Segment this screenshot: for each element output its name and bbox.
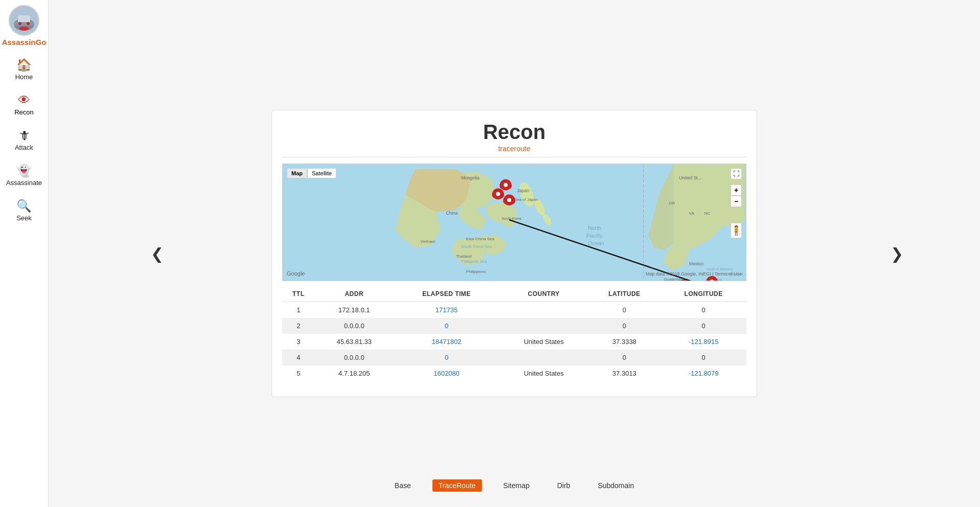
page-subtitle: traceroute — [282, 145, 746, 157]
map-type-toggle: Map Satellite — [287, 168, 336, 178]
cell-addr: 0.0.0.0 — [314, 350, 394, 365]
fullscreen-btn[interactable]: ⛶ — [731, 168, 742, 179]
cell-country: United States — [499, 334, 588, 350]
cell-ttl: 2 — [282, 318, 314, 334]
prev-arrow[interactable]: ❮ — [151, 245, 164, 263]
cell-latitude: 0 — [588, 318, 660, 334]
map-type-satellite-btn[interactable]: Satellite — [307, 168, 336, 178]
svg-point-35 — [496, 192, 500, 196]
cell-country: United States — [499, 365, 588, 381]
map-container: Mongolia China Sea of Japan Japan South … — [282, 164, 746, 281]
svg-rect-3 — [14, 22, 34, 26]
assassinate-icon: 👻 — [16, 164, 32, 178]
svg-point-6 — [19, 27, 29, 31]
cell-longitude: -121.8079 — [660, 365, 746, 381]
sidebar-item-assassinate-label: Assassinate — [6, 179, 42, 187]
bottom-tab-base[interactable]: Base — [389, 479, 417, 492]
cell-longitude: 0 — [660, 302, 746, 318]
app-title: AssassinGo — [2, 38, 47, 47]
sidebar-item-recon[interactable]: 👁 Recon — [0, 87, 48, 122]
sidebar-item-seek[interactable]: 🔍 Seek — [0, 193, 48, 228]
cell-elapsed: 1602080 — [394, 365, 499, 381]
sidebar: AssassinGo 🏠 Home 👁 Recon 🗡 Attack 👻 Ass… — [0, 0, 49, 507]
cell-longitude: 0 — [660, 318, 746, 334]
cell-country — [499, 350, 588, 365]
svg-text:East China Sea: East China Sea — [466, 237, 495, 241]
table-row: 4 0.0.0.0 0 0 0 — [282, 350, 746, 365]
sidebar-item-recon-label: Recon — [14, 108, 34, 116]
cell-ttl: 4 — [282, 350, 314, 365]
app-logo — [9, 5, 39, 36]
col-longitude: LONGITUDE — [660, 286, 746, 302]
cell-latitude: 0 — [588, 350, 660, 365]
zoom-out-btn[interactable]: − — [731, 196, 742, 207]
map-type-map-btn[interactable]: Map — [287, 168, 307, 178]
table-header-row: TTL ADDR ELAPSED TIME COUNTRY LATITUDE L… — [282, 286, 746, 302]
svg-text:Mongolia: Mongolia — [461, 175, 480, 180]
cell-addr: 0.0.0.0 — [314, 318, 394, 334]
table-row: 2 0.0.0.0 0 0 0 — [282, 318, 746, 334]
svg-text:Pacific: Pacific — [586, 233, 603, 239]
col-latitude: LATITUDE — [588, 286, 660, 302]
col-addr: ADDR — [314, 286, 394, 302]
google-logo: Google — [287, 270, 305, 276]
svg-text:Philippine Sea: Philippine Sea — [461, 259, 487, 264]
bottom-tab-subdomain[interactable]: Subdomain — [591, 479, 640, 492]
attack-icon: 🗡 — [18, 128, 30, 143]
recon-icon: 👁 — [18, 93, 30, 107]
col-country: COUNTRY — [499, 286, 588, 302]
svg-text:Ocean: Ocean — [588, 240, 604, 246]
main-content: ❮ ❯ Recon traceroute — [49, 0, 980, 507]
table-row: 5 4.7.18.205 1602080 United States 37.30… — [282, 365, 746, 381]
zoom-in-btn[interactable]: + — [731, 185, 742, 196]
cell-country — [499, 318, 588, 334]
svg-point-5 — [27, 22, 30, 25]
svg-text:Thailand: Thailand — [456, 254, 471, 259]
cell-longitude: 0 — [660, 350, 746, 365]
logo-area: AssassinGo — [2, 5, 47, 47]
bottom-tab-traceroute[interactable]: TraceRoute — [432, 479, 482, 492]
traceroute-table: TTL ADDR ELAPSED TIME COUNTRY LATITUDE L… — [282, 286, 746, 381]
sidebar-item-attack[interactable]: 🗡 Attack — [0, 122, 48, 157]
street-view-btn[interactable]: 🧍 — [731, 223, 742, 238]
svg-text:South China Sea: South China Sea — [461, 244, 492, 249]
cell-country — [499, 302, 588, 318]
sidebar-item-assassinate[interactable]: 👻 Assassinate — [0, 157, 48, 193]
sidebar-item-attack-label: Attack — [15, 144, 33, 151]
svg-text:Guatemala: Guatemala — [664, 277, 683, 281]
cell-ttl: 1 — [282, 302, 314, 318]
cell-elapsed: 0 — [394, 318, 499, 334]
table-scroll[interactable]: TTL ADDR ELAPSED TIME COUNTRY LATITUDE L… — [282, 286, 746, 381]
table-row: 3 45.63.81.33 18471802 United States 37.… — [282, 334, 746, 350]
cell-latitude: 0 — [588, 302, 660, 318]
table-row: 1 172.18.0.1 171735 0 0 — [282, 302, 746, 318]
home-icon: 🏠 — [16, 58, 32, 72]
svg-text:OR: OR — [669, 201, 675, 205]
bottom-tab-dirb[interactable]: Dirb — [551, 479, 577, 492]
svg-point-4 — [18, 22, 21, 25]
cell-ttl: 3 — [282, 334, 314, 350]
svg-text:Philippines: Philippines — [466, 269, 486, 274]
cell-longitude: -121.8915 — [660, 334, 746, 350]
svg-text:South Korea: South Korea — [502, 217, 521, 220]
sidebar-item-home-label: Home — [15, 73, 33, 81]
svg-text:Vietnam: Vietnam — [421, 239, 436, 244]
cell-elapsed: 0 — [394, 350, 499, 365]
map-attribution: Map data ©2018 Google, INEGI | Terms of … — [646, 271, 742, 276]
svg-text:Sea of Japan: Sea of Japan — [514, 197, 538, 202]
svg-text:North: North — [588, 225, 602, 231]
bottom-tabs: BaseTraceRouteSitemapDirbSubdomain — [389, 479, 640, 492]
col-elapsed: ELAPSED TIME — [394, 286, 499, 302]
next-arrow[interactable]: ❯ — [891, 245, 903, 263]
cell-addr: 4.7.18.205 — [314, 365, 394, 381]
svg-text:NC: NC — [704, 211, 711, 216]
bottom-tab-sitemap[interactable]: Sitemap — [497, 479, 535, 492]
svg-text:Mexico: Mexico — [689, 261, 703, 266]
sidebar-item-home[interactable]: 🏠 Home — [0, 52, 48, 87]
svg-text:Japan: Japan — [517, 188, 529, 193]
cell-latitude: 37.3338 — [588, 334, 660, 350]
zoom-controls: + − — [731, 185, 742, 207]
cell-ttl: 5 — [282, 365, 314, 381]
table-body: 1 172.18.0.1 171735 0 0 2 0.0.0.0 0 0 0 … — [282, 302, 746, 382]
svg-point-37 — [507, 198, 511, 202]
